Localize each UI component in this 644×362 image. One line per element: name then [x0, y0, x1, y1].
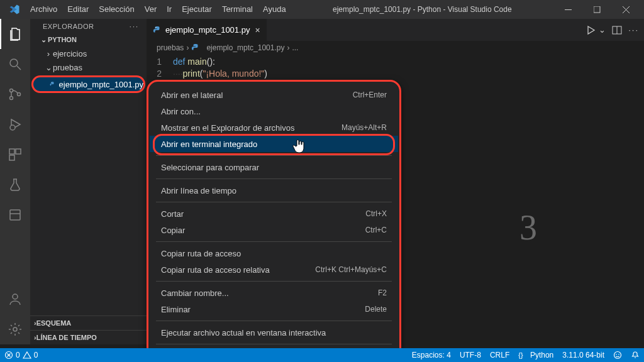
ctx-run-interactive[interactable]: Ejecutar archivo actual en ventana inter… — [150, 324, 398, 341]
breadcrumb-item[interactable]: ejemplo_mptc_1001.py — [206, 43, 284, 52]
ctx-open-side[interactable]: Abrir en el lateralCtrl+Enter — [150, 87, 398, 103]
svg-point-14 — [13, 294, 18, 299]
close-tab-icon[interactable]: × — [255, 25, 260, 35]
ctx-copy-relative-path[interactable]: Copiar ruta de acceso relativaCtrl+K Ctr… — [150, 261, 398, 278]
folder-pruebas[interactable]: ⌄ pruebas — [30, 60, 147, 74]
svg-point-5 — [10, 97, 13, 100]
debug-view-icon[interactable] — [0, 109, 30, 140]
svg-point-8 — [10, 125, 15, 130]
breadcrumb-item[interactable]: pruebas — [157, 43, 184, 52]
status-encoding[interactable]: UTF-8 — [455, 351, 486, 359]
ctx-copy[interactable]: CopiarCtrl+C — [150, 222, 398, 238]
breadcrumb-item[interactable]: ... — [292, 43, 298, 52]
minimize-button[interactable] — [553, 0, 582, 19]
run-dropdown-icon[interactable]: ⌄ — [599, 25, 606, 35]
breadcrumb[interactable]: pruebas› ejemplo_mptc_1001.py› ... — [147, 41, 644, 55]
ctx-compare[interactable]: Seleccionar para comparar — [150, 159, 398, 175]
status-python-version[interactable]: 3.11.0 64-bit — [558, 351, 609, 359]
svg-marker-18 — [588, 26, 594, 34]
folder-label: ejercicios — [53, 49, 87, 58]
ctx-separator — [156, 344, 392, 344]
menu-ir[interactable]: Ir — [162, 0, 177, 19]
svg-rect-10 — [16, 149, 21, 154]
run-icon[interactable] — [586, 25, 596, 35]
jupyter-view-icon[interactable] — [0, 200, 30, 230]
extensions-view-icon[interactable] — [0, 140, 30, 170]
python-file-icon — [50, 80, 55, 89]
outline-section[interactable]: ›ESQUEMA — [30, 316, 147, 330]
chevron-down-icon: ⌄ — [44, 63, 53, 72]
ctx-reveal-explorer[interactable]: Mostrar en el Explorador de archivosMayú… — [150, 119, 398, 136]
menu-ayuda[interactable]: Ayuda — [258, 0, 291, 19]
vscode-logo-icon — [9, 4, 20, 15]
window-title: ejemplo_mptc_1001.py - Python - Visual S… — [291, 5, 553, 14]
svg-point-26 — [618, 354, 619, 355]
context-menu: Abrir en el lateralCtrl+Enter Abrir con.… — [147, 80, 401, 362]
ctx-open-terminal[interactable]: Abrir en terminal integrado — [150, 136, 398, 152]
workspace-root[interactable]: ⌄ PYTHON — [30, 33, 147, 47]
ctx-rename[interactable]: Cambiar nombre...F2 — [150, 285, 398, 301]
menu-ejecutar[interactable]: Ejecutar — [177, 0, 217, 19]
menu-editar[interactable]: Editar — [62, 0, 94, 19]
maximize-button[interactable] — [582, 0, 611, 19]
chevron-right-icon: › — [44, 49, 53, 58]
menu-seleccion[interactable]: Selección — [94, 0, 139, 19]
svg-point-2 — [10, 59, 18, 67]
status-feedback-icon[interactable] — [609, 351, 626, 359]
testing-view-icon[interactable] — [0, 170, 30, 200]
ctx-cut[interactable]: CortarCtrl+X — [150, 206, 398, 222]
ctx-separator — [156, 241, 392, 242]
svg-rect-9 — [9, 149, 14, 154]
file-ejemplo[interactable]: ejemplo_mptc_1001.py — [31, 75, 145, 93]
ctx-open-with[interactable]: Abrir con... — [150, 103, 398, 119]
ctx-separator — [156, 281, 392, 282]
svg-point-16 — [52, 82, 52, 83]
chevron-down-icon: ⌄ — [39, 36, 48, 44]
status-language[interactable]: {} Python — [514, 351, 558, 359]
sidebar: EXPLORADOR ··· ⌄ PYTHON › ejercicios ⌄ p… — [30, 19, 147, 344]
timeline-section[interactable]: ›LÍNEA DE TIEMPO — [30, 331, 147, 344]
svg-rect-12 — [10, 210, 20, 220]
ctx-delete[interactable]: EliminarDelete — [150, 301, 398, 317]
status-eol[interactable]: CRLF — [486, 351, 514, 359]
accounts-icon[interactable] — [0, 284, 30, 314]
explorer-view-icon[interactable] — [0, 19, 30, 49]
ctx-separator — [156, 178, 392, 179]
status-errors[interactable]: 0 0 — [0, 351, 42, 359]
scm-view-icon[interactable] — [0, 79, 30, 109]
folder-ejercicios[interactable]: › ejercicios — [30, 47, 147, 60]
close-button[interactable] — [611, 0, 640, 19]
svg-point-17 — [155, 27, 156, 28]
ctx-timeline[interactable]: Abrir línea de tiempo — [150, 182, 398, 199]
svg-point-4 — [10, 89, 13, 92]
explorer-title: EXPLORADOR — [43, 23, 94, 30]
settings-gear-icon[interactable] — [0, 314, 30, 344]
ctx-separator — [156, 202, 392, 202]
folder-label: pruebas — [53, 63, 82, 72]
status-bell-icon[interactable] — [626, 351, 644, 359]
split-editor-icon[interactable] — [612, 25, 622, 35]
file-tree: ⌄ PYTHON › ejercicios ⌄ pruebas ejemplo_… — [30, 33, 147, 315]
menu-ver[interactable]: Ver — [140, 0, 162, 19]
python-file-icon — [153, 26, 162, 35]
tab-label: ejemplo_mptc_1001.py — [165, 25, 250, 35]
activity-bar — [0, 19, 30, 344]
tab-ejemplo[interactable]: ejemplo_mptc_1001.py × — [147, 19, 267, 41]
ctx-separator — [156, 321, 392, 321]
ctx-copy-path[interactable]: Copiar ruta de acceso — [150, 245, 398, 261]
menu-archivo[interactable]: Archivo — [25, 0, 62, 19]
svg-line-3 — [17, 66, 21, 70]
svg-rect-0 — [565, 9, 572, 10]
annotation-number: 3 — [519, 207, 537, 248]
menu-terminal[interactable]: Terminal — [217, 0, 258, 19]
svg-rect-11 — [9, 155, 14, 160]
svg-point-25 — [616, 354, 617, 355]
status-bar: 0 0 Espacios: 4 UTF-8 CRLF {} Python 3.1… — [0, 348, 644, 362]
ctx-separator — [156, 155, 392, 156]
menubar: Archivo Editar Selección Ver Ir Ejecutar… — [25, 0, 291, 19]
editor-more-icon[interactable]: ··· — [628, 25, 639, 35]
status-spaces[interactable]: Espacios: 4 — [408, 351, 455, 359]
search-view-icon[interactable] — [0, 49, 30, 79]
code-area[interactable]: 1def main(): 2····print("¡Hola, mundo!") — [147, 55, 644, 80]
explorer-more-icon[interactable]: ··· — [130, 23, 139, 30]
